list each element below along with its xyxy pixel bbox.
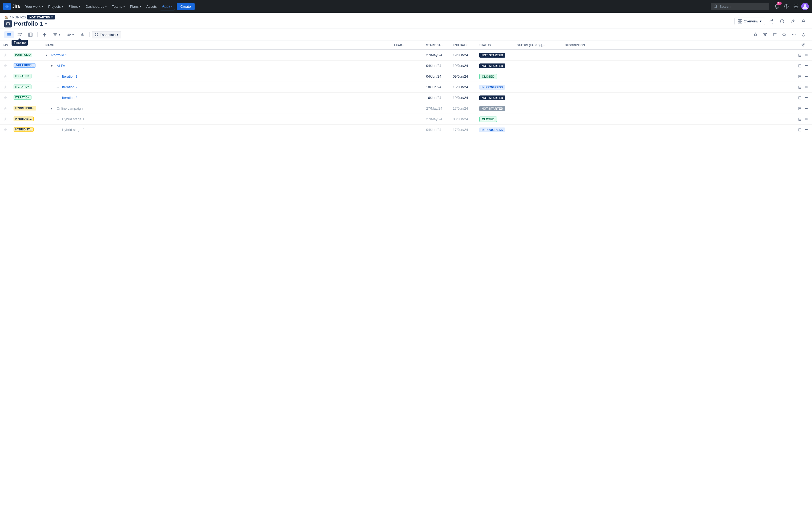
grid-action-button[interactable]: ⊞	[797, 127, 803, 133]
status-badge[interactable]: IN PROGRESS	[479, 127, 505, 132]
fav-star[interactable]: ★	[3, 106, 8, 111]
nav-plans[interactable]: Plans ▾	[128, 3, 143, 10]
more-action-button[interactable]: •••	[804, 74, 809, 79]
status-tasks-cell	[514, 124, 562, 135]
nav-assets[interactable]: Assets	[144, 3, 159, 10]
fav-star[interactable]: ★	[3, 63, 8, 68]
status-badge[interactable]: NOT STARTED	[479, 106, 505, 111]
fav-star[interactable]: ★	[3, 95, 8, 100]
name-cell: ▾ Portfolio 1	[46, 53, 389, 57]
notifications-button[interactable]: 9+	[773, 2, 781, 11]
status-badge[interactable]: NOT STARTED	[479, 95, 505, 100]
export-button[interactable]	[78, 31, 87, 38]
more-action-button[interactable]: •••	[804, 63, 809, 68]
status-badge[interactable]: CLOSED	[479, 117, 497, 122]
name-link[interactable]: Hybrid stage 2	[62, 128, 85, 132]
list-view-button[interactable]	[4, 31, 14, 38]
status-badge[interactable]: CLOSED	[479, 74, 497, 79]
more-action-button[interactable]: •••	[804, 127, 809, 132]
create-button[interactable]: Create	[177, 3, 195, 10]
th-settings[interactable]	[794, 41, 812, 50]
view-button[interactable]: ▾	[64, 31, 77, 38]
wrench-button[interactable]	[788, 17, 797, 26]
overview-button[interactable]: Overview ▾	[734, 18, 765, 25]
nav-projects[interactable]: Projects ▾	[46, 3, 65, 10]
home-icon[interactable]: 🏠	[4, 16, 8, 19]
nav-filters[interactable]: Filters ▾	[66, 3, 82, 10]
star-toolbar-button[interactable]	[751, 30, 760, 39]
th-status[interactable]: STATUS	[476, 41, 514, 50]
th-name[interactable]: NAME	[43, 41, 392, 50]
name-cell: → Iteration 3	[46, 96, 389, 100]
more-action-button[interactable]: •••	[804, 117, 809, 122]
nav-your-work[interactable]: Your work ▾	[23, 3, 45, 10]
add-button[interactable]	[40, 31, 49, 38]
th-end-date[interactable]: END DATE	[450, 41, 476, 50]
th-status-tasks[interactable]: STATUS (TASKS) [...	[514, 41, 562, 50]
th-lead[interactable]: LEAD...	[392, 41, 423, 50]
grid-action-button[interactable]: ⊞	[797, 116, 803, 122]
start-date-cell: 04/Jun/24	[423, 71, 450, 82]
th-start-date[interactable]: START DA...	[423, 41, 450, 50]
grid-action-button[interactable]: ⊞	[797, 105, 803, 112]
th-fav[interactable]: FAV	[0, 41, 11, 50]
user-manage-button[interactable]	[799, 17, 808, 26]
search-bar[interactable]: Search	[711, 3, 770, 10]
settings-button[interactable]	[792, 2, 800, 11]
more-action-button[interactable]: •••	[804, 106, 809, 111]
grid-action-button[interactable]: ⊞	[797, 73, 803, 80]
more-toolbar-button[interactable]	[790, 30, 798, 39]
title-chevron[interactable]: ▾	[45, 22, 47, 26]
fav-star[interactable]: ★	[3, 85, 8, 90]
grid-action-button[interactable]: ⊞	[797, 63, 803, 69]
name-link[interactable]: ALFA	[57, 64, 65, 68]
nav-apps[interactable]: Apps ▾	[160, 3, 175, 10]
th-type[interactable]: TYPE ▲	[11, 41, 43, 50]
fav-star[interactable]: ★	[3, 53, 8, 58]
portfolio-table: FAV TYPE ▲ NAME LEAD... START DA... END …	[0, 41, 812, 135]
nav-dashboards[interactable]: Dashboards ▾	[83, 3, 109, 10]
lead-cell	[392, 92, 423, 103]
filter-toolbar-button[interactable]	[761, 30, 770, 39]
share-button[interactable]	[767, 17, 776, 26]
nav-teams[interactable]: Teams ▾	[110, 3, 127, 10]
archive-toolbar-button[interactable]	[771, 30, 779, 39]
status-badge[interactable]: IN PROGRESS	[479, 85, 505, 90]
name-link[interactable]: Iteration 1	[62, 75, 78, 78]
status-badge[interactable]: NOT STARTED	[479, 63, 505, 68]
fav-star[interactable]: ★	[3, 117, 8, 122]
grid-action-button[interactable]: ⊞	[797, 84, 803, 90]
info-button[interactable]	[778, 17, 786, 26]
status-badge[interactable]: NOT STARTED	[479, 53, 505, 58]
fav-star[interactable]: ★	[3, 74, 8, 79]
status-tasks-cell	[514, 82, 562, 92]
sort-button[interactable]: ▾	[50, 31, 63, 38]
star-icon	[753, 32, 758, 37]
name-link[interactable]: Iteration 2	[62, 85, 78, 89]
name-link[interactable]: Portfolio 1	[52, 53, 67, 57]
expand-icon[interactable]: ▾	[51, 107, 55, 110]
th-description[interactable]: DESCRIPTION	[562, 41, 794, 50]
more-action-button[interactable]: •••	[804, 53, 809, 58]
breadcrumb-parent[interactable]: PORT-20	[12, 16, 26, 19]
expand-icon[interactable]: ▾	[46, 53, 50, 57]
help-button[interactable]	[782, 2, 791, 11]
expand-icon[interactable]: ▾	[51, 64, 55, 68]
board-view-button[interactable]	[26, 31, 35, 38]
name-link[interactable]: Iteration 3	[62, 96, 78, 100]
sort-label: ▾	[59, 33, 60, 36]
timeline-view-button[interactable]	[15, 31, 25, 38]
grid-action-button[interactable]: ⊞	[797, 95, 803, 101]
essentials-button[interactable]: Essentials ▾	[92, 31, 121, 38]
jira-logo[interactable]: Jira	[3, 3, 20, 10]
collapse-toolbar-button[interactable]	[799, 30, 808, 39]
search-toolbar-button[interactable]	[780, 30, 788, 39]
more-action-button[interactable]: •••	[804, 95, 809, 100]
svg-rect-19	[30, 33, 31, 36]
name-link[interactable]: Online campaign	[57, 106, 83, 110]
fav-star[interactable]: ★	[3, 127, 8, 132]
user-avatar[interactable]	[801, 3, 809, 10]
more-action-button[interactable]: •••	[804, 85, 809, 90]
grid-action-button[interactable]: ⊞	[797, 52, 803, 58]
name-link[interactable]: Hybrid stage 1	[62, 117, 85, 121]
